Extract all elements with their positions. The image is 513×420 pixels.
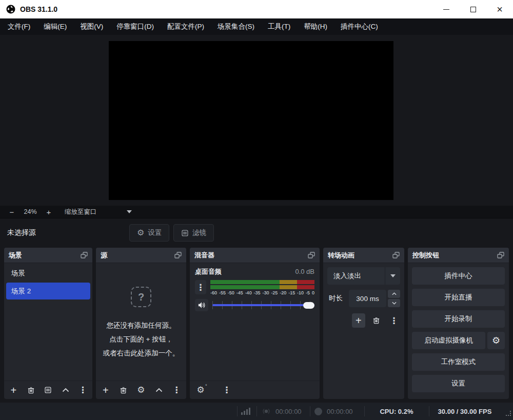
transition-menu-button[interactable]: ⋮ — [388, 314, 400, 327]
zoom-fit-dropdown[interactable]: 缩放至窗口 — [65, 208, 132, 216]
add-transition-button[interactable]: + — [352, 313, 365, 328]
start-streaming-button[interactable]: 开始直播 — [412, 289, 505, 306]
zoom-in-button[interactable]: + — [42, 206, 55, 217]
studio-mode-button[interactable]: 工作室模式 — [412, 353, 505, 371]
mixer-menu-button[interactable]: ⋮ — [220, 384, 233, 397]
popout-icon — [392, 252, 400, 258]
popout-button[interactable] — [174, 252, 182, 258]
duration-up-button[interactable] — [388, 290, 400, 298]
source-properties-button[interactable]: ⚙ — [135, 384, 147, 397]
sources-menu-button[interactable]: ⋮ — [171, 384, 182, 397]
scenes-panel-header: 场景 — [4, 248, 92, 263]
remove-scene-button[interactable] — [26, 384, 36, 397]
popout-button[interactable] — [497, 252, 504, 258]
filters-button[interactable]: 滤镜 — [173, 224, 214, 242]
transitions-panel: 转场动画 淡入淡出 时长 300 ms — [323, 248, 404, 399]
close-button[interactable]: × — [486, 0, 513, 18]
popout-button[interactable] — [308, 252, 315, 258]
kebab-icon: ⋮ — [172, 386, 181, 394]
menu-item-docks[interactable]: 停靠窗口(D) — [110, 18, 161, 35]
question-placeholder-icon: ? — [131, 287, 151, 307]
kebab-icon: ⋮ — [389, 316, 398, 325]
remove-transition-button[interactable] — [370, 314, 383, 327]
scenes-panel: 场景 场景 场景 2 + — [4, 248, 92, 399]
window-title: OBS 31.1.0 — [20, 5, 57, 13]
cpu-usage-label: CPU: 0.2% — [380, 408, 413, 415]
sources-panel: 源 ? 您还没有添加任何源。 点击下面的 + 按钮， 或者右击此处添加一个。 — [96, 248, 186, 399]
record-status: 00:00:00 — [314, 403, 353, 420]
mixer-panel-title: 混音器 — [194, 251, 214, 260]
menu-item-view[interactable]: 视图(V) — [73, 18, 110, 35]
menu-item-edit[interactable]: 编辑(E) — [37, 18, 73, 35]
add-scene-button[interactable]: + — [8, 384, 19, 397]
duration-input[interactable]: 300 ms — [349, 290, 386, 307]
duration-label: 时长 — [327, 294, 349, 303]
scene-item-selected[interactable]: 场景 2 — [6, 283, 90, 299]
signal-bars-icon — [241, 408, 250, 415]
empty-line: 或者右击此处添加一个。 — [103, 346, 180, 360]
fps-status: 30.00 / 30.00 FPS — [429, 403, 501, 420]
transition-select[interactable]: 淡入淡出 — [327, 267, 400, 285]
sources-empty-text: 您还没有添加任何源。 点击下面的 + 按钮， 或者右击此处添加一个。 — [103, 318, 180, 360]
properties-button[interactable]: ⚙ 设置 — [129, 224, 169, 242]
kebab-icon: ⋮ — [78, 386, 87, 394]
start-recording-button[interactable]: 开始录制 — [412, 310, 505, 328]
slider-handle[interactable] — [303, 302, 314, 309]
maximize-button[interactable] — [460, 0, 486, 18]
no-source-label: 未选择源 — [7, 228, 36, 237]
menu-item-scene-collection[interactable]: 场景集合(S) — [211, 18, 261, 35]
network-status — [241, 403, 250, 420]
zoom-out-button[interactable]: − — [5, 206, 18, 217]
popout-icon — [308, 252, 315, 258]
add-source-button[interactable]: + — [100, 384, 111, 397]
menu-item-profile[interactable]: 配置文件(P) — [161, 18, 211, 35]
menubar: 文件(F) 编辑(E) 视图(V) 停靠窗口(D) 配置文件(P) 场景集合(S… — [0, 18, 513, 35]
menu-item-plugin-center[interactable]: 插件中心(C) — [334, 18, 385, 35]
filters-button-label: 滤镜 — [192, 228, 206, 237]
settings-button[interactable]: 设置 — [412, 375, 505, 392]
empty-line: 您还没有添加任何源。 — [103, 318, 180, 332]
popout-icon — [174, 252, 182, 258]
sources-empty-area[interactable]: ? 您还没有添加任何源。 点击下面的 + 按钮， 或者右击此处添加一个。 — [96, 263, 186, 381]
resize-grip[interactable] — [506, 409, 511, 418]
broadcast-icon — [262, 407, 271, 416]
remove-source-button[interactable] — [118, 384, 129, 397]
preview-canvas[interactable] — [109, 41, 393, 200]
scenes-menu-button[interactable]: ⋮ — [77, 384, 88, 397]
filter-icon — [181, 229, 189, 237]
popout-button[interactable] — [392, 252, 400, 258]
volume-meter: -60-55-50-45-40-35-30-25-20-15-10-50 — [210, 280, 314, 295]
controls-panel: 控制按钮 插件中心 开始直播 开始录制 启动虚拟摄像机 ⚙ 工作室模式 设置 — [408, 248, 509, 399]
scene-filters-button[interactable] — [43, 384, 54, 397]
gear-icon: ⚙ — [137, 229, 144, 237]
minimize-icon — [443, 9, 449, 10]
volume-slider[interactable] — [212, 301, 314, 310]
menu-item-file[interactable]: 文件(F) — [1, 18, 37, 35]
meter-scale: -60-55-50-45-40-35-30-25-20-15-10-50 — [210, 290, 314, 295]
properties-button-label: 设置 — [148, 228, 162, 237]
mute-button[interactable] — [195, 299, 208, 311]
plus-icon: + — [103, 385, 109, 395]
menu-item-help[interactable]: 帮助(H) — [297, 18, 334, 35]
plugin-center-button[interactable]: 插件中心 — [412, 267, 505, 285]
stream-time: 00:00:00 — [275, 408, 302, 415]
empty-line: 点击下面的 + 按钮， — [103, 332, 180, 346]
advanced-audio-button[interactable]: ⚙° — [194, 384, 207, 397]
scenes-panel-title: 场景 — [9, 251, 22, 260]
menu-item-tools[interactable]: 工具(T) — [261, 18, 297, 35]
virtual-camera-settings-button[interactable]: ⚙ — [487, 332, 505, 349]
audio-source-menu-button[interactable]: ⋮ — [195, 280, 206, 294]
combo-arrow — [385, 267, 400, 285]
popout-button[interactable] — [81, 252, 88, 258]
move-scene-up-button[interactable] — [60, 384, 71, 397]
titlebar: OBS 31.1.0 × — [0, 0, 513, 18]
scene-item[interactable]: 场景 — [6, 265, 90, 282]
start-virtual-camera-button[interactable]: 启动虚拟摄像机 — [412, 332, 485, 349]
audio-level-db: 0.0 dB — [295, 268, 314, 275]
kebab-icon: ⋮ — [223, 386, 231, 394]
minimize-button[interactable] — [433, 0, 460, 18]
speaker-icon — [198, 302, 206, 309]
meter-bar-left — [210, 280, 314, 284]
duration-down-button[interactable] — [388, 299, 400, 307]
move-source-up-button[interactable] — [153, 384, 165, 397]
